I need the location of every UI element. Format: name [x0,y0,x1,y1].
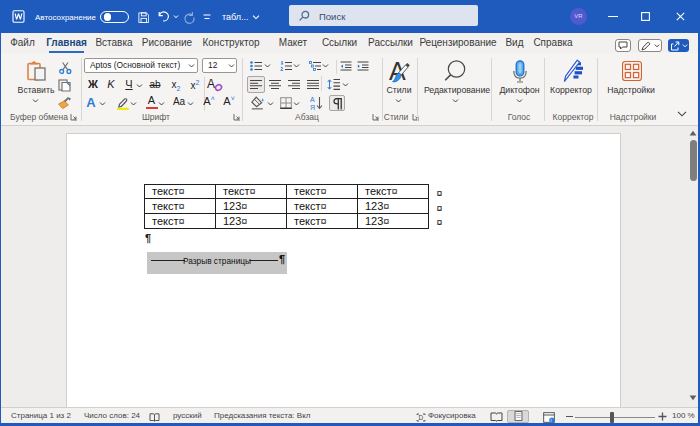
svg-text:Я: Я [310,104,315,111]
svg-text:А: А [310,96,315,103]
svg-text:D: D [419,414,424,421]
